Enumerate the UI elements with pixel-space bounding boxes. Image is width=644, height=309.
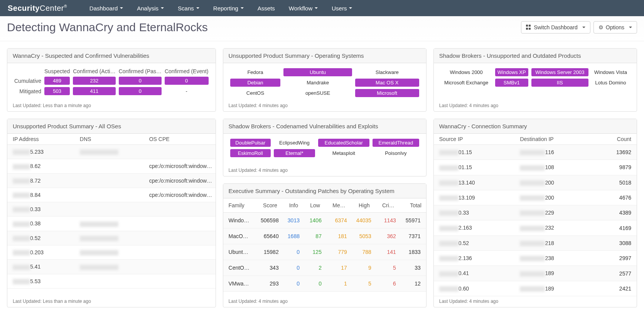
pill-cell[interactable]: 411: [73, 87, 115, 95]
pill-cell[interactable]: Eternal*: [274, 149, 315, 157]
pill-cell[interactable]: Lotus Domino: [592, 79, 630, 87]
pill-cell[interactable]: Mac OS X: [355, 79, 419, 87]
chevron-down-icon: [349, 7, 352, 9]
pill-cell[interactable]: Microsoft Exchange: [441, 79, 492, 87]
col-header: Confirmed (Pas…: [117, 67, 163, 76]
trademark-icon: ®: [64, 4, 67, 8]
pill-cell[interactable]: 0: [119, 77, 162, 85]
page-header: Detecting WannaCry and EternalRocks Swit…: [0, 16, 644, 41]
table-row[interactable]: xxxx01.15xxxx1089879: [434, 160, 637, 175]
low-cell: 0: [303, 275, 325, 291]
exec-summary-table: FamilyScoreInfoLowMe…HighCri…TotalWindo……: [223, 198, 426, 292]
pill-cell[interactable]: EskimoRoll: [230, 149, 271, 157]
panel-footer: Last Updated: Less than a minute ago: [7, 296, 216, 307]
switch-dashboard-button[interactable]: Switch Dashboard: [521, 21, 590, 34]
nav-users[interactable]: Users: [325, 5, 359, 12]
col-header: OS CPE: [146, 134, 216, 145]
table-row[interactable]: xxxx01.15xxxx11613692: [434, 145, 637, 160]
pill-cell[interactable]: Mandrake: [283, 79, 352, 87]
table-row[interactable]: xxxx5.53: [7, 274, 216, 288]
table-row[interactable]: xxxx2.136xxxx2382997: [434, 251, 637, 266]
nav-workflow[interactable]: Workflow: [282, 5, 325, 12]
pill-cell[interactable]: PoisonIvy: [373, 149, 419, 157]
table-row[interactable]: xxxx8.62cpe:/o:microsoft:windows_8::g…: [7, 159, 216, 173]
panel-title: Executive Summary - Outstanding Patches …: [223, 184, 426, 198]
score-cell: 506598: [254, 212, 282, 228]
pill-cell[interactable]: -: [165, 87, 209, 95]
pill-cell[interactable]: EducatedScholar: [318, 139, 369, 147]
pill-cell[interactable]: Metasploit: [318, 149, 369, 157]
pill-cell[interactable]: DoublePulsar: [230, 139, 271, 147]
pill-cell[interactable]: Slackware: [355, 68, 419, 76]
med-cell: 1: [325, 275, 350, 291]
table-row[interactable]: xxxx0.38redacted-host: [7, 217, 216, 231]
brand-suffix: Center: [40, 4, 64, 12]
pill-cell[interactable]: 232: [73, 77, 115, 85]
chevron-down-icon: [196, 7, 199, 9]
table-row[interactable]: MacO…6564016888718150533627371: [223, 228, 426, 244]
count-cell: 5018: [593, 175, 637, 190]
med-cell: 17: [325, 260, 350, 275]
pill-cell[interactable]: Windows XP: [495, 68, 528, 76]
table-row[interactable]: xxxx0.33: [7, 202, 216, 217]
info-cell: 0: [282, 244, 303, 260]
pill-cell[interactable]: Windows Vista: [592, 68, 630, 76]
panel-title: Shadow Brokers - Unsupported and Outdate…: [434, 49, 637, 63]
table-row[interactable]: xxxx0.33xxxx2294389: [434, 205, 637, 220]
chevron-down-icon: [241, 7, 244, 9]
pill-cell[interactable]: Ubuntu: [283, 68, 352, 76]
pill-cell[interactable]: EmeraldThread: [373, 139, 419, 147]
table-row[interactable]: xxxx0.41xxxx1892577: [434, 266, 637, 281]
crit-cell: 362: [374, 228, 399, 244]
nav-assets[interactable]: Assets: [251, 5, 282, 12]
pill-cell[interactable]: Fedora: [230, 68, 281, 76]
pill-cell[interactable]: CentOS: [230, 89, 281, 97]
pill-cell[interactable]: Windows 2000: [441, 68, 492, 76]
pill-cell[interactable]: 0: [165, 77, 209, 85]
unsup-os-grid: FedoraUbuntuSlackwareDebianMandrakeMac O…: [229, 67, 421, 98]
table-row[interactable]: xxxx0.52xxxx2183088: [434, 235, 637, 250]
table-row[interactable]: xxxx8.84cpe:/o:microsoft:windows_8::g…: [7, 188, 216, 202]
table-row[interactable]: xxxx2.163xxxx2324169: [434, 220, 637, 235]
nav-reporting[interactable]: Reporting: [206, 5, 251, 12]
pill-cell[interactable]: Microsoft: [355, 89, 419, 97]
panel-footer: Last Updated: 4 minutes ago: [434, 101, 637, 111]
pill-cell[interactable]: 489: [44, 77, 70, 85]
nav-dashboard[interactable]: Dashboard: [83, 5, 130, 12]
table-row[interactable]: xxxx0.203redacted-host: [7, 245, 216, 260]
table-row[interactable]: CentO…34302179533: [223, 260, 426, 275]
pill-cell[interactable]: Debian: [230, 79, 281, 87]
pill-cell[interactable]: EclipsedWing: [274, 139, 315, 147]
pill-cell[interactable]: openSUSE: [283, 89, 352, 97]
pill-cell[interactable]: 0: [119, 87, 162, 95]
pill-cell[interactable]: Windows Server 2003: [531, 68, 588, 76]
table-row[interactable]: xxxx5.41redacted-host: [7, 260, 216, 274]
count-cell: 3088: [593, 235, 637, 250]
row-label: Cumulative: [13, 76, 43, 86]
panel-footer: Last Updated: 4 minutes ago: [434, 296, 637, 307]
col-header: Suspected: [43, 67, 71, 76]
nav-scans[interactable]: Scans: [171, 5, 206, 12]
pill-cell[interactable]: 503: [44, 87, 70, 95]
table-row[interactable]: xxxx8.72cpe:/o:microsoft:windows_8::g…: [7, 173, 216, 188]
pill-cell[interactable]: IIS: [531, 79, 588, 87]
pill-cell[interactable]: SMBv1: [495, 79, 528, 87]
info-cell: 1688: [282, 228, 303, 244]
count-cell: 9879: [593, 160, 637, 175]
table-row[interactable]: xxxx13.109xxxx2004676: [434, 190, 637, 205]
table-row[interactable]: xxxx5.233redacted-host: [7, 145, 216, 159]
count-cell: 4389: [593, 205, 637, 220]
table-row[interactable]: xxxx0.60xxxx1892421: [434, 281, 637, 296]
table-row[interactable]: xxxx13.140xxxx2005018: [434, 175, 637, 190]
total-cell: 33: [399, 260, 426, 275]
col-header: Me…: [325, 198, 350, 213]
col-header: High: [350, 198, 374, 213]
options-button[interactable]: Options: [593, 21, 637, 34]
table-row[interactable]: Windo…50659830131406637444035114355971: [223, 212, 426, 228]
table-row[interactable]: xxxx0.52redacted-host: [7, 231, 216, 245]
table-row[interactable]: Ubunt…1598201257797881411833: [223, 244, 426, 260]
nav-analysis[interactable]: Analysis: [130, 5, 171, 12]
dashboard-grid-icon: [526, 25, 531, 30]
low-cell: 1406: [303, 212, 325, 228]
table-row[interactable]: VMwa…2930015612: [223, 275, 426, 291]
